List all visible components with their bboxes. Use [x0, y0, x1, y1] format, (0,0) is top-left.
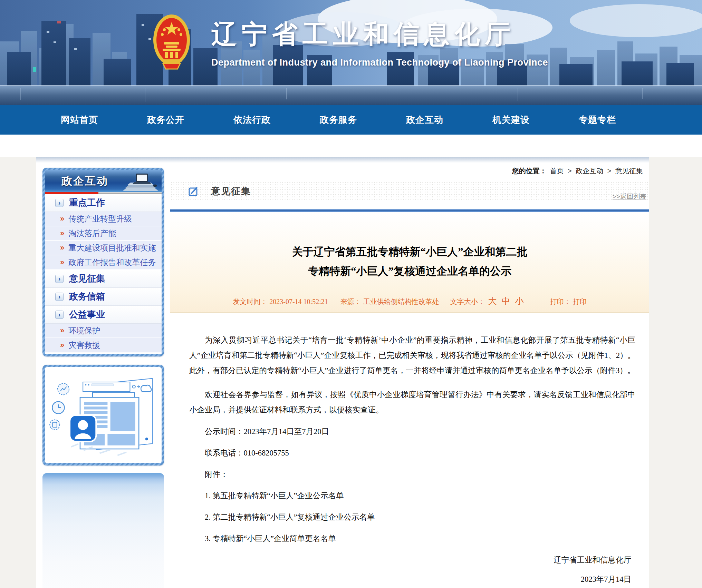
sidebar-illustration-box [42, 365, 164, 466]
banner-titles: 辽宁省工业和信息化厅 Department of Industry and In… [211, 17, 548, 68]
divider-bar [170, 209, 649, 212]
sidebar-decoration-panel [42, 473, 164, 588]
paragraph: 欢迎社会各界参与监督，如有异议，按照《优质中小企业梯度培育管理暂行办法》中有关要… [189, 387, 635, 418]
nav-item-special-columns[interactable]: 专题专栏 [554, 114, 641, 126]
gray-underline [98, 193, 162, 194]
sub-arrow-icon: » [60, 244, 64, 252]
nav-gap [0, 135, 702, 157]
breadcrumb-home[interactable]: 首页 [550, 167, 564, 175]
section-arrow-icon: › [55, 293, 64, 301]
sidebar-item-disaster-relief[interactable]: » 灾害救援 [45, 338, 162, 353]
sidebar-illustration [45, 367, 162, 463]
sidebar-header: 政企互动 [45, 170, 162, 192]
source-label: 来源： [340, 298, 361, 305]
article-header: 关于辽宁省第五批专精特新“小巨人”企业和第二批 专精特新“小巨人”复核通过企业名… [170, 212, 649, 313]
sidebar-item-label: 政府工作报告和改革任务 [68, 257, 156, 268]
main-nav: 网站首页 政务公开 依法行政 政务服务 政企互动 机关建设 专题专栏 [0, 105, 702, 135]
paragraph: 为深入贯彻习近平总书记关于“培育一批‘专精特新’中小企业”的重要指示精神，工业和… [189, 333, 635, 378]
breadcrumb-separator: > [607, 167, 612, 175]
sidebar-item-label: 重大建设项目批准和实施 [68, 243, 156, 253]
breadcrumb-level2[interactable]: 意见征集 [615, 167, 643, 175]
sidebar-item-major-projects[interactable]: » 重大建设项目批准和实施 [45, 241, 162, 255]
sidebar-item-label: 灾害救援 [68, 340, 100, 351]
section-arrow-icon: › [55, 199, 64, 207]
sidebar-section-gov-mailbox[interactable]: › 政务信箱 [45, 288, 162, 306]
contact-phone-line: 联系电话：010-68205755 [189, 448, 635, 458]
sub-arrow-icon: » [60, 341, 64, 349]
online-service-illustration [49, 371, 157, 460]
content: 您的位置： 首页 > 政企互动 > 意见征集 意见征集 >>返回列表 [170, 157, 649, 585]
publicity-period-line: 公示时间：2023年7月14日至7月20日 [189, 427, 635, 437]
source: 工业供给侧结构性改革处 [363, 298, 439, 305]
sidebar-item-eliminate-backward-capacity[interactable]: » 淘汰落后产能 [45, 226, 162, 241]
publish-time-label: 发文时间： [233, 298, 267, 305]
attachments-label: 附件： [189, 469, 635, 480]
article-meta: 发文时间：2023-07-14 10:52:21 来源：工业供给侧结构性改革处 … [170, 291, 649, 313]
site-subtitle: Department of Industry and Information T… [211, 57, 548, 68]
font-size-label: 文字大小： [450, 298, 485, 305]
attachment-1: 1. 第五批专精特新“小巨人”企业公示名单 [189, 491, 635, 501]
font-size-medium[interactable]: 中 [502, 296, 510, 306]
banner: 辽宁省工业和信息化厅 Department of Industry and In… [0, 0, 702, 105]
sidebar-section-label: 公益事业 [69, 308, 105, 321]
nav-item-administration-by-law[interactable]: 依法行政 [209, 114, 295, 126]
nav-item-home[interactable]: 网站首页 [36, 114, 123, 126]
sidebar-item-environmental-protection[interactable]: » 环境保护 [45, 324, 162, 338]
attachment-3: 3. 专精特新“小巨人”企业简单更名名单 [189, 533, 635, 544]
section-header: 意见征集 >>返回列表 [170, 181, 649, 201]
attachment-2: 2. 第二批专精特新“小巨人”复核通过企业公示名单 [189, 512, 635, 522]
sidebar-section-label: 意见征集 [69, 273, 105, 285]
sidebar-section-label: 政务信箱 [69, 291, 105, 303]
sidebar-menu-box: 政企互动 › [42, 168, 164, 356]
sidebar-section-key-work[interactable]: › 重点工作 [45, 194, 162, 212]
laptop-icon [122, 172, 160, 192]
nav-item-gov-enterprise-interaction[interactable]: 政企互动 [382, 114, 468, 126]
print-label: 打印： [550, 298, 571, 305]
sub-arrow-icon: » [60, 215, 64, 223]
sidebar-item-label: 淘汰落后产能 [68, 228, 116, 239]
article-title-line2: 专精特新“小巨人”复核通过企业名单的公示 [170, 262, 649, 281]
sidebar-section-opinion-collection[interactable]: › 意见征集 [45, 270, 162, 288]
breadcrumb-label: 您的位置： [512, 167, 547, 175]
breadcrumb-level1[interactable]: 政企互动 [576, 167, 603, 175]
sidebar-item-label: 传统产业转型升级 [68, 214, 132, 224]
sidebar-item-gov-work-report[interactable]: » 政府工作报告和改革任务 [45, 255, 162, 270]
article-title-line1: 关于辽宁省第五批专精特新“小巨人”企业和第二批 [170, 242, 649, 262]
nav-item-agency-building[interactable]: 机关建设 [468, 114, 554, 126]
sub-arrow-icon: » [60, 327, 64, 334]
publish-time: 2023-07-14 10:52:21 [269, 298, 328, 305]
back-to-list-link[interactable]: >>返回列表 [613, 192, 646, 201]
breadcrumb-separator: > [568, 167, 572, 175]
signature-date: 2023年7月14日 [189, 574, 635, 585]
site-title: 辽宁省工业和信息化厅 [211, 17, 548, 52]
sidebar-item-label: 环境保护 [68, 325, 100, 336]
section-title: 意见征集 [211, 185, 251, 197]
section-arrow-icon: › [55, 311, 64, 319]
national-emblem-icon [151, 12, 192, 74]
sidebar-section-label: 重点工作 [69, 197, 105, 209]
sidebar-section-public-welfare[interactable]: › 公益事业 [45, 306, 162, 324]
breadcrumb: 您的位置： 首页 > 政企互动 > 意见征集 [170, 166, 649, 176]
red-underline [45, 192, 98, 194]
nav-item-government-affairs[interactable]: 政务公开 [123, 114, 209, 126]
main-panel: 政企互动 › [36, 157, 649, 588]
signature: 辽宁省工业和信息化厅 [189, 555, 635, 565]
page: 辽宁省工业和信息化厅 Department of Industry and In… [0, 0, 702, 588]
nav-item-government-services[interactable]: 政务服务 [295, 114, 382, 126]
section-arrow-icon: › [55, 275, 64, 283]
font-size-large[interactable]: 大 [488, 296, 497, 306]
article-body: 为深入贯彻习近平总书记关于“培育一批‘专精特新’中小企业”的重要指示精神，工业和… [170, 313, 649, 585]
sidebar: 政企互动 › [42, 168, 164, 588]
sub-arrow-icon: » [60, 258, 64, 266]
edit-icon [188, 186, 199, 197]
sub-arrow-icon: » [60, 229, 64, 237]
sidebar-title: 政企互动 [61, 174, 108, 188]
sidebar-item-industry-upgrade[interactable]: » 传统产业转型升级 [45, 212, 162, 226]
font-size-small[interactable]: 小 [515, 296, 524, 306]
sidebar-menu: › 重点工作 » 传统产业转型升级 » 淘汰落后产能 » 重大建设项目批准和实施 [45, 194, 162, 354]
print-link[interactable]: 打印 [573, 298, 587, 305]
